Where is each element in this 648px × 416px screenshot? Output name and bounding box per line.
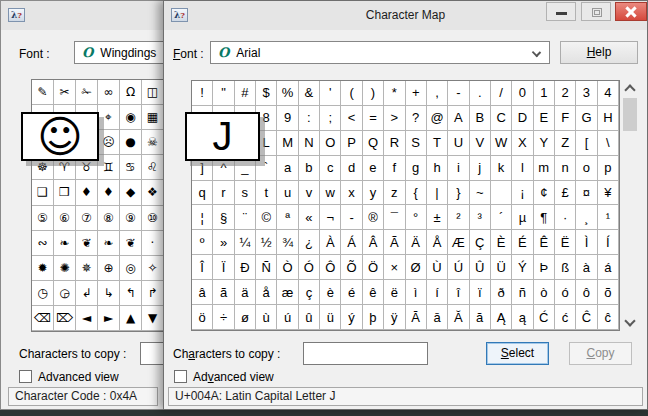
grid-cell[interactable]: ø (235, 305, 256, 330)
grid-cell[interactable]: £ (555, 181, 576, 206)
grid-cell[interactable]: i (448, 156, 469, 181)
grid-cell[interactable]: " (213, 81, 234, 106)
grid-cell[interactable]: Î (192, 255, 213, 280)
grid-cell[interactable]: A (448, 106, 469, 131)
grid-cell[interactable]: ❧ (98, 231, 120, 256)
grid-cell[interactable]: Ĉ (576, 305, 597, 330)
grid-cell[interactable]: g (406, 156, 427, 181)
grid-cell[interactable]: ◄ (76, 306, 98, 331)
grid-cell[interactable]: Ò (277, 255, 298, 280)
grid-cell[interactable]: N (299, 131, 320, 156)
grid-cell[interactable]: ¹ (598, 205, 619, 230)
grid-cell[interactable]: X (512, 131, 533, 156)
grid-cell[interactable]: < (341, 106, 362, 131)
grid-cell[interactable]: \ (598, 131, 619, 156)
grid-cell[interactable]: Â (363, 230, 384, 255)
grid-cell[interactable]: : (299, 106, 320, 131)
grid-cell[interactable]: û (299, 305, 320, 330)
grid-cell[interactable]: ↰ (120, 281, 142, 306)
grid-cell[interactable]: b (299, 156, 320, 181)
grid-cell[interactable]: f (384, 156, 405, 181)
grid-cell[interactable]: ð (491, 280, 512, 305)
grid-cell[interactable]: 1 (534, 81, 555, 106)
grid-cell[interactable]: ↲ (76, 281, 98, 306)
grid-cell[interactable]: · (142, 231, 164, 256)
grid-cell[interactable]: Ý (512, 255, 533, 280)
grid-cell[interactable]: Ø (406, 255, 427, 280)
grid-cell[interactable]: Ó (299, 255, 320, 280)
grid-cell[interactable]: ´ (491, 205, 512, 230)
grid-cell[interactable]: ☹ (98, 130, 120, 155)
grid-cell[interactable]: 9 (277, 106, 298, 131)
grid-cell[interactable]: W (491, 131, 512, 156)
grid-cell[interactable]: k (491, 156, 512, 181)
grid-cell[interactable]: ¶ (534, 205, 555, 230)
grid-cell[interactable]: ¼ (235, 230, 256, 255)
grid-cell[interactable]: ✹ (32, 256, 54, 281)
grid-cell[interactable]: B (470, 106, 491, 131)
grid-cell[interactable]: Ą (491, 305, 512, 330)
grid-cell[interactable]: { (406, 181, 427, 206)
grid-cell[interactable]: ù (256, 305, 277, 330)
grid-cell[interactable]: ❖ (142, 180, 164, 205)
grid-cell[interactable]: Á (341, 230, 362, 255)
grid-cell[interactable]: s (235, 181, 256, 206)
grid-cell[interactable]: å (256, 280, 277, 305)
advanced-view-checkbox[interactable] (174, 370, 187, 383)
grid-cell[interactable]: Æ (448, 230, 469, 255)
grid-cell[interactable]: ◆ (120, 180, 142, 205)
grid-cell[interactable]: ⌦ (54, 306, 76, 331)
grid-cell[interactable]: È (491, 230, 512, 255)
grid-cell[interactable]: ë (384, 280, 405, 305)
grid-cell[interactable]: ❑ (32, 180, 54, 205)
grid-cell[interactable]: Ã (384, 230, 405, 255)
grid-cell[interactable]: d (341, 156, 362, 181)
grid-cell[interactable]: 4 (598, 81, 619, 106)
grid-cell[interactable]: S (406, 131, 427, 156)
grid-cell[interactable]: h (427, 156, 448, 181)
grid-cell[interactable]: á (598, 255, 619, 280)
grid-cell[interactable]: ª (277, 205, 298, 230)
grid-cell[interactable]: ▼ (142, 306, 164, 331)
grid-cell[interactable]: Ð (235, 255, 256, 280)
grid-cell[interactable]: Ô (320, 255, 341, 280)
grid-cell[interactable]: ❧ (54, 231, 76, 256)
grid-cell[interactable]: o (576, 156, 597, 181)
font-combobox[interactable]: O Arial (210, 41, 550, 64)
scroll-down-icon[interactable] (624, 315, 635, 326)
grid-cell[interactable]: ◷ (32, 281, 54, 306)
grid-cell[interactable]: n (555, 156, 576, 181)
grid-cell[interactable]: ä (235, 280, 256, 305)
grid-cell[interactable]: ◶ (54, 281, 76, 306)
grid-cell[interactable]: Ă (448, 305, 469, 330)
grid-cell[interactable]: Õ (341, 255, 362, 280)
grid-cell[interactable]: C (491, 106, 512, 131)
grid-cell[interactable]: ¦ (192, 205, 213, 230)
scroll-up-icon[interactable] (624, 84, 635, 95)
grid-cell[interactable]: ∞ (98, 80, 120, 105)
grid-cell[interactable]: § (213, 205, 234, 230)
grid-cell[interactable]: µ (512, 205, 533, 230)
grid-cell[interactable]: Z (555, 131, 576, 156)
grid-cell[interactable]: ¢ (534, 181, 555, 206)
grid-cell[interactable]: Ê (534, 230, 555, 255)
characters-to-copy-input[interactable] (303, 342, 428, 365)
grid-cell[interactable]: ♋ (120, 155, 142, 180)
grid-cell[interactable]: $ (256, 81, 277, 106)
grid-cell[interactable]: ✁ (76, 80, 98, 105)
grid-cell[interactable]: e (363, 156, 384, 181)
grid-cell[interactable]: r (213, 181, 234, 206)
grid-cell[interactable]: H (598, 106, 619, 131)
grid-cell[interactable]: w (320, 181, 341, 206)
grid-cell[interactable]: ò (534, 280, 555, 305)
grid-cell[interactable]: ⑨ (120, 206, 142, 231)
grid-cell[interactable]: è (320, 280, 341, 305)
grid-cell[interactable]: E (534, 106, 555, 131)
grid-cell[interactable]: ½ (256, 230, 277, 255)
grid-cell[interactable]: D (512, 106, 533, 131)
grid-cell[interactable]: ♊ (98, 155, 120, 180)
grid-cell[interactable]: » (213, 230, 234, 255)
grid-cell[interactable]: c (320, 156, 341, 181)
grid-cell[interactable]: q (192, 181, 213, 206)
maximize-button[interactable] (581, 2, 611, 21)
